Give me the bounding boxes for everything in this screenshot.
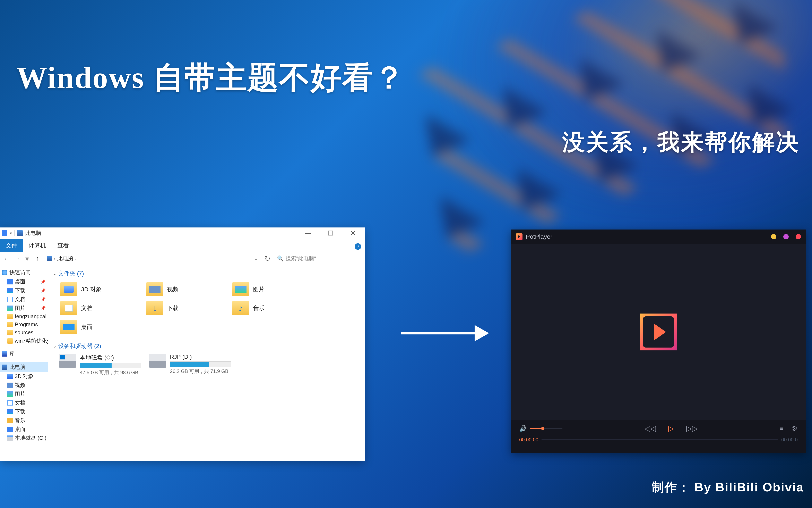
titlebar[interactable]: ▾ 此电脑 — ☐ ✕ xyxy=(0,227,365,239)
next-button[interactable]: ▷▷ xyxy=(686,424,698,433)
folder-icon xyxy=(232,282,249,296)
search-input[interactable]: 🔍 搜索"此电脑" xyxy=(274,254,362,263)
nav-folder[interactable]: win7精简优化yr xyxy=(0,336,48,345)
nav-quick-access[interactable]: 快速访问 xyxy=(0,268,48,277)
help-button[interactable]: ? xyxy=(354,243,361,250)
subheadline-text: 没关系，我来帮你解决 xyxy=(562,127,800,158)
nav-folder[interactable]: sources xyxy=(0,329,48,336)
section-drives[interactable]: ⌄设备和驱动器 (2) xyxy=(53,341,360,351)
drive-free-text: 47.5 GB 可用，共 98.6 GB xyxy=(80,369,141,376)
chevron-down-icon: ⌄ xyxy=(53,343,56,349)
chevron-right-icon[interactable]: › xyxy=(75,256,77,261)
drive-name: RJP (D:) xyxy=(170,354,231,360)
time-total: 00:00:0 xyxy=(781,437,798,442)
qat-dropdown-icon[interactable]: ▾ xyxy=(10,231,12,236)
chevron-down-icon: ⌄ xyxy=(53,271,56,276)
pin-icon: 📌 xyxy=(41,297,46,302)
chevron-right-icon[interactable]: › xyxy=(54,256,55,261)
folder-icon xyxy=(60,301,78,315)
refresh-button[interactable]: ↻ xyxy=(264,255,271,263)
minimize-button[interactable]: — xyxy=(302,229,314,237)
volume-control[interactable]: 🔊 xyxy=(519,425,562,432)
nav-this-pc[interactable]: 此电脑 xyxy=(0,362,48,372)
content-pane[interactable]: ⌄文件夹 (7) 3D 对象 视频 图片 文档 下载 音乐 桌面 ⌄设备和驱动器… xyxy=(48,265,365,461)
search-placeholder: 搜索"此电脑" xyxy=(286,255,316,262)
nav-pictures[interactable]: 图片📌 xyxy=(0,304,48,312)
folder-3d-objects[interactable]: 3D 对象 xyxy=(59,281,137,298)
folder-icon xyxy=(60,320,78,334)
video-area[interactable] xyxy=(511,244,806,420)
breadcrumb[interactable]: › 此电脑 › ⌄ xyxy=(44,254,261,263)
search-icon: 🔍 xyxy=(277,255,284,262)
maximize-button[interactable] xyxy=(783,234,789,239)
nav-desktop[interactable]: 桌面📌 xyxy=(0,277,48,286)
file-explorer-window: ▾ 此电脑 — ☐ ✕ 文件 计算机 查看 ? ← → ▾ ↑ › 此电脑 › … xyxy=(0,227,365,461)
back-button[interactable]: ← xyxy=(3,255,10,262)
pc-icon xyxy=(47,256,52,261)
nav-folder[interactable]: Programs xyxy=(0,321,48,329)
nav-documents[interactable]: 文档📌 xyxy=(0,295,48,304)
nav-videos[interactable]: 视频 xyxy=(0,381,48,389)
recent-dropdown[interactable]: ▾ xyxy=(23,255,31,263)
controls: 🔊 ◁◁ ▷ ▷▷ ≡ ⚙ 00:00:00 00:00:0 xyxy=(511,420,806,453)
folder-videos[interactable]: 视频 xyxy=(145,281,223,298)
folder-downloads[interactable]: 下载 xyxy=(145,300,223,316)
drive-icon xyxy=(149,354,166,368)
folder-icon xyxy=(146,282,163,296)
pc-icon xyxy=(17,230,23,236)
nav-local-disk-c[interactable]: 本地磁盘 (C:) xyxy=(0,434,48,442)
section-folders[interactable]: ⌄文件夹 (7) xyxy=(53,269,360,278)
window-title: PotPlayer xyxy=(526,233,553,240)
maximize-button[interactable]: ☐ xyxy=(324,229,337,237)
nav-pane[interactable]: 快速访问 桌面📌 下载📌 文档📌 图片📌 fengzuangcailia Pro… xyxy=(0,265,48,461)
nav-downloads[interactable]: 下载📌 xyxy=(0,286,48,295)
arrow-icon xyxy=(401,332,487,334)
window-title: 此电脑 xyxy=(25,229,41,237)
app-icon xyxy=(2,230,7,236)
titlebar[interactable]: PotPlayer xyxy=(511,229,806,244)
potplayer-window: PotPlayer 🔊 ◁◁ ▷ ▷▷ ≡ ⚙ 00:00:0 xyxy=(511,229,806,453)
ribbon: 文件 计算机 查看 ? xyxy=(0,239,365,252)
drive-free-text: 26.2 GB 可用，共 71.9 GB xyxy=(170,368,231,375)
breadcrumb-item[interactable]: 此电脑 xyxy=(57,255,73,262)
playlist-button[interactable]: ≡ xyxy=(780,425,783,432)
tab-view[interactable]: 查看 xyxy=(52,239,75,252)
prev-button[interactable]: ◁◁ xyxy=(644,424,656,433)
drive-usage-bar xyxy=(80,363,141,368)
headline-text: Windows 自带主题不好看？ xyxy=(16,57,405,99)
nav-folder[interactable]: fengzuangcailia xyxy=(0,312,48,321)
forward-button[interactable]: → xyxy=(13,255,20,262)
credit-text: 制作： By BiliBili Obivia xyxy=(652,479,804,496)
pin-icon: 📌 xyxy=(41,288,46,293)
minimize-button[interactable] xyxy=(771,234,776,239)
folder-documents[interactable]: 文档 xyxy=(59,300,137,316)
folder-desktop[interactable]: 桌面 xyxy=(59,319,137,335)
chevron-down-icon[interactable]: ⌄ xyxy=(254,256,258,261)
drive-name: 本地磁盘 (C:) xyxy=(80,354,141,362)
drive-c[interactable]: 本地磁盘 (C:) 47.5 GB 可用，共 98.6 GB xyxy=(59,354,141,376)
volume-slider[interactable] xyxy=(530,428,562,429)
nav-downloads[interactable]: 下载 xyxy=(0,407,48,416)
close-button[interactable]: ✕ xyxy=(347,229,359,237)
settings-button[interactable]: ⚙ xyxy=(792,425,798,432)
nav-pictures[interactable]: 图片 xyxy=(0,389,48,398)
close-button[interactable] xyxy=(796,234,801,239)
tab-computer[interactable]: 计算机 xyxy=(23,239,52,252)
time-current: 00:00:00 xyxy=(519,437,538,442)
nav-3d-objects[interactable]: 3D 对象 xyxy=(0,372,48,381)
nav-library[interactable]: 库 xyxy=(0,349,48,358)
speaker-icon[interactable]: 🔊 xyxy=(519,425,527,432)
nav-music[interactable]: 音乐 xyxy=(0,416,48,425)
nav-desktop[interactable]: 桌面 xyxy=(0,425,48,434)
folder-pictures[interactable]: 图片 xyxy=(231,281,309,298)
play-button[interactable]: ▷ xyxy=(668,424,674,433)
folder-icon xyxy=(146,301,163,315)
seek-bar[interactable] xyxy=(541,439,778,440)
pin-icon: 📌 xyxy=(41,279,46,284)
nav-documents[interactable]: 文档 xyxy=(0,398,48,407)
up-button[interactable]: ↑ xyxy=(34,255,41,262)
drive-d[interactable]: RJP (D:) 26.2 GB 可用，共 71.9 GB xyxy=(149,354,231,376)
tab-file[interactable]: 文件 xyxy=(0,239,23,252)
drive-icon xyxy=(59,354,76,368)
folder-music[interactable]: 音乐 xyxy=(231,300,309,316)
